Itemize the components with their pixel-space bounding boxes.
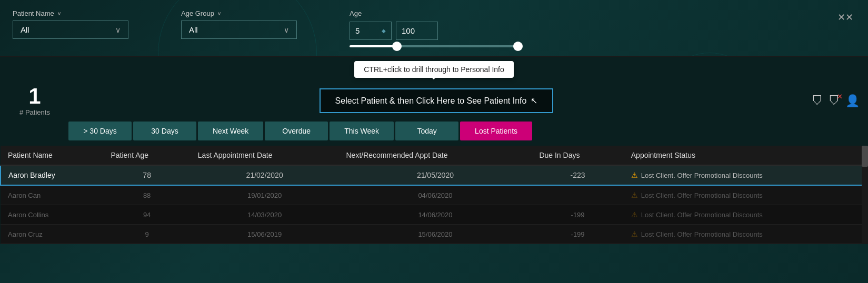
- filter-icons: ⛉ ⛉ ✕ 👤: [812, 94, 860, 108]
- user-filter-icon: 👤: [845, 94, 860, 108]
- filter-x-icon: ✕: [837, 93, 843, 100]
- table-row[interactable]: Aaron Can8819/01/202004/06/2020⚠Lost Cli…: [1, 185, 867, 205]
- tab-30days[interactable]: 30 Days: [133, 122, 196, 140]
- status-text: Lost Client. Offer Promotional Discounts: [641, 171, 763, 179]
- patient-count-number: 1: [28, 85, 41, 107]
- tab-thisweek[interactable]: This Week: [330, 122, 394, 140]
- cell-patient-name: Aaron Cruz: [1, 225, 103, 244]
- patient-table: Patient Name Patient Age Last Appointmen…: [0, 146, 868, 244]
- center-button-wrap: Select Patient & then Click Here to See …: [72, 88, 801, 113]
- filter-funnel-button[interactable]: ⛉: [812, 94, 823, 108]
- age-group-dropdown-icon: ∨: [284, 26, 289, 34]
- patient-count-label: # Patients: [19, 108, 50, 116]
- warn-icon: ⚠: [631, 210, 638, 219]
- table-body: Aaron Bradley7821/02/202021/05/2020-223⚠…: [1, 165, 867, 244]
- main-area: CTRL+click to drill through to Personal …: [0, 57, 868, 244]
- tab-lost-patients[interactable]: Lost Patients: [460, 122, 532, 140]
- cell-next-appt: 15/06/2020: [338, 225, 532, 244]
- patient-info-button[interactable]: Select Patient & then Click Here to See …: [320, 88, 554, 113]
- status-text: Lost Client. Offer Promotional Discounts: [641, 211, 763, 219]
- col-appt-status: Appointment Status: [624, 146, 867, 165]
- table-header: Patient Name Patient Age Last Appointmen…: [1, 146, 867, 165]
- cell-due-days: [532, 185, 623, 205]
- cell-next-appt: 14/06/2020: [338, 205, 532, 225]
- cell-appt-status: ⚠Lost Client. Offer Promotional Discount…: [624, 185, 867, 205]
- age-label: Age: [350, 9, 518, 17]
- scrollbar-track[interactable]: [862, 146, 868, 244]
- cell-patient-age: 88: [103, 185, 190, 205]
- cell-last-appt: 15/06/2019: [191, 225, 339, 244]
- age-group-select[interactable]: All ∨: [181, 21, 297, 39]
- tab-nav: > 30 Days 30 Days Next Week Overdue This…: [68, 122, 860, 140]
- warn-icon: ⚠: [631, 191, 638, 199]
- cell-appt-status: ⚠Lost Client. Offer Promotional Discount…: [624, 225, 867, 244]
- cell-due-days: -199: [532, 225, 623, 244]
- age-slider[interactable]: [350, 45, 518, 47]
- col-patient-name: Patient Name: [1, 146, 103, 165]
- table-row[interactable]: Aaron Bradley7821/02/202021/05/2020-223⚠…: [1, 165, 867, 185]
- age-group-chevron-icon: ∨: [217, 11, 221, 16]
- top-right-icons: ✕✕: [835, 11, 855, 24]
- cell-due-days: -223: [532, 165, 623, 185]
- patient-name-filter: Patient Name ∨ All ∨: [13, 9, 128, 39]
- cell-due-days: -199: [532, 205, 623, 225]
- patient-info-button-label: Select Patient & then Click Here to See …: [335, 96, 527, 106]
- tab-today[interactable]: Today: [395, 122, 458, 140]
- table-row[interactable]: Aaron Collins9414/03/202014/06/2020-199⚠…: [1, 205, 867, 225]
- cell-appt-status: ⚠Lost Client. Offer Promotional Discount…: [624, 205, 867, 225]
- cell-appt-status: ⚠Lost Client. Offer Promotional Discount…: [624, 165, 867, 185]
- cell-patient-name: Aaron Bradley: [1, 165, 103, 185]
- table-row[interactable]: Aaron Cruz915/06/201915/06/2020-199⚠Lost…: [1, 225, 867, 244]
- tooltip-bar: CTRL+click to drill through to Personal …: [0, 57, 868, 80]
- expand-icon[interactable]: ✕✕: [835, 11, 855, 24]
- filter-clear-button[interactable]: ⛉ ✕: [829, 94, 840, 108]
- tab-overdue[interactable]: Overdue: [265, 122, 328, 140]
- age-slider-thumb-left[interactable]: [392, 42, 402, 51]
- tooltip-box: CTRL+click to drill through to Personal …: [354, 61, 514, 78]
- status-text: Lost Client. Offer Promotional Discounts: [641, 191, 763, 199]
- age-group-label: Age Group ∨: [181, 9, 297, 17]
- age-slider-thumb-right[interactable]: [513, 42, 523, 51]
- cell-patient-age: 9: [103, 225, 190, 244]
- cell-patient-age: 78: [103, 165, 190, 185]
- status-text: Lost Client. Offer Promotional Discounts: [641, 230, 763, 238]
- filter-funnel-icon: ⛉: [812, 94, 823, 108]
- patient-name-dropdown-icon: ∨: [115, 26, 121, 34]
- age-min-diamond-icon: ◆: [382, 28, 386, 34]
- patient-name-chevron-icon: ∨: [57, 11, 61, 16]
- user-filter-button[interactable]: 👤: [845, 94, 860, 108]
- main-header: 1 # Patients Select Patient & then Click…: [0, 80, 868, 116]
- cell-next-appt: 21/05/2020: [338, 165, 532, 185]
- patient-name-label: Patient Name ∨: [13, 9, 128, 17]
- cell-patient-age: 94: [103, 205, 190, 225]
- table-wrap: Patient Name Patient Age Last Appointmen…: [0, 146, 868, 244]
- age-max-input[interactable]: 100: [396, 22, 438, 40]
- warn-icon: ⚠: [631, 171, 638, 179]
- age-min-input[interactable]: 5 ◆: [350, 22, 392, 40]
- age-inputs: 5 ◆ 100: [350, 22, 518, 40]
- cell-last-appt: 19/01/2020: [191, 185, 339, 205]
- tooltip-text: CTRL+click to drill through to Personal …: [364, 65, 504, 74]
- age-range-filter: Age 5 ◆ 100: [350, 9, 518, 47]
- patient-name-select[interactable]: All ∨: [13, 21, 128, 39]
- scrollbar-thumb[interactable]: [862, 146, 868, 167]
- cell-last-appt: 14/03/2020: [191, 205, 339, 225]
- col-patient-age: Patient Age: [103, 146, 190, 165]
- cell-last-appt: 21/02/2020: [191, 165, 339, 185]
- tab-nextweek[interactable]: Next Week: [198, 122, 263, 140]
- age-slider-row: [350, 45, 518, 47]
- filter-bar: Patient Name ∨ All ∨ Age Group ∨ All ∨ A…: [0, 0, 868, 56]
- col-due-days: Due In Days: [532, 146, 623, 165]
- age-group-filter: Age Group ∨ All ∨: [181, 9, 297, 39]
- warn-icon: ⚠: [631, 230, 638, 238]
- col-next-appt: Next/Recommended Appt Date: [338, 146, 532, 165]
- tab-gt30days[interactable]: > 30 Days: [68, 122, 132, 140]
- cursor-icon: ↖: [531, 96, 537, 106]
- patient-count-block: 1 # Patients: [8, 85, 61, 116]
- cell-next-appt: 04/06/2020: [338, 185, 532, 205]
- cell-patient-name: Aaron Can: [1, 185, 103, 205]
- cell-patient-name: Aaron Collins: [1, 205, 103, 225]
- col-last-appt: Last Appointment Date: [191, 146, 339, 165]
